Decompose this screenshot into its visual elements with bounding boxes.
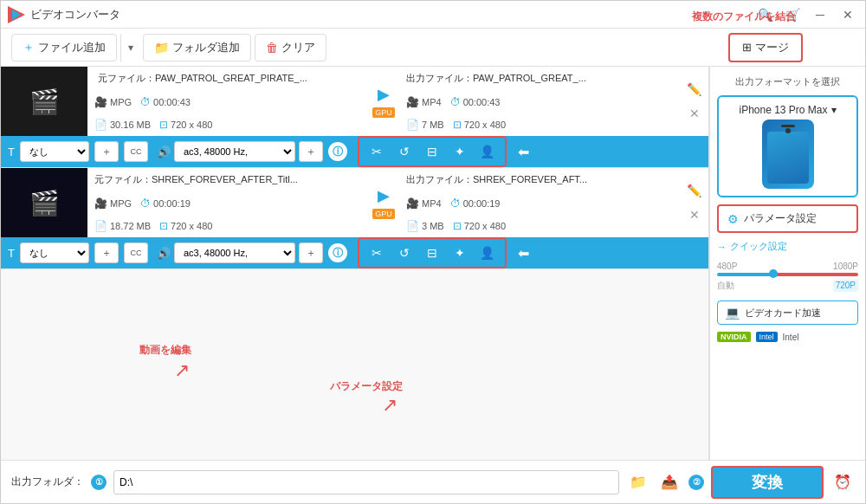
subtitle-t-icon-2: T xyxy=(8,247,15,260)
effects-btn-1[interactable]: ✦ xyxy=(448,140,472,163)
info-btn-2[interactable]: ⓘ xyxy=(328,243,347,262)
convert-btn[interactable]: 変換 xyxy=(711,466,824,499)
clock-icon-1: ⏱ xyxy=(140,96,151,108)
param-annotation-area: パラメータ設定 ↗ xyxy=(330,379,403,417)
gpu-accel-label: ビデオカード加速 xyxy=(745,307,821,320)
out-clock-1: ⏱ xyxy=(450,96,461,108)
edit-pencil-1[interactable]: ✏️ xyxy=(683,79,705,100)
search-title-btn[interactable]: 🔍 xyxy=(754,4,775,25)
subtitle-add-btn-1[interactable]: ＋ xyxy=(94,141,119,162)
merge-icon: ⊞ xyxy=(742,41,752,54)
subtitle-add-btn-2[interactable]: ＋ xyxy=(94,242,119,263)
main-area: 🎬 元ファイル：PAW_PATROL_GREAT_PIRATE_... 🎥 MP… xyxy=(1,67,865,460)
rotate-btn-1[interactable]: ↺ xyxy=(392,140,417,163)
cart-title-btn[interactable]: 🛒 xyxy=(782,4,803,25)
subtitle-edit-btn-1[interactable]: 👤 xyxy=(475,140,500,163)
app-logo xyxy=(8,6,25,23)
audio-add-btn-2[interactable]: ＋ xyxy=(299,242,323,263)
add-file-btn[interactable]: ＋ ファイル追加 xyxy=(11,34,117,61)
close-btn[interactable]: ✕ xyxy=(837,4,858,25)
info-btn-1[interactable]: ⓘ xyxy=(328,142,347,161)
video-icon-1: 🎥 xyxy=(94,96,107,108)
quality-slider-thumb[interactable] xyxy=(769,269,778,278)
share-btn[interactable]: 📤 xyxy=(657,470,682,494)
nvidia-badge: NVIDIA xyxy=(717,332,751,342)
file-row-1: 🎬 元ファイル：PAW_PATROL_GREAT_PIRATE_... 🎥 MP… xyxy=(1,67,708,136)
params-icon: ⚙ xyxy=(727,212,739,226)
output-name-1: 出力ファイル：PAW_PATROL_GREAT_... xyxy=(406,72,586,85)
subtitle-cc-btn-1[interactable]: CC xyxy=(124,141,148,162)
output-size-1: 📄 7 MB xyxy=(406,119,444,131)
close-file-2[interactable]: ✕ xyxy=(686,204,703,225)
quality-mid-labels: 自動 720P xyxy=(717,280,858,292)
circle-2: ② xyxy=(688,475,704,490)
quality-bar: 480P 1080P 自動 720P xyxy=(717,260,858,294)
quality-720-label: 720P xyxy=(833,280,858,292)
folder-path-input[interactable] xyxy=(113,470,619,494)
device-name: iPhone 13 Pro Max ▾ xyxy=(739,104,836,116)
browse-folder-btn[interactable]: 📁 xyxy=(626,470,650,494)
device-format-box[interactable]: iPhone 13 Pro Max ▾ xyxy=(717,95,858,197)
output-duration-2: ⏱ 00:00:19 xyxy=(450,197,501,210)
output-format-2: 🎥 MP4 xyxy=(406,197,442,210)
alarm-btn[interactable]: ⏰ xyxy=(830,470,855,494)
out-res-1: ⊡ xyxy=(453,119,462,131)
arrow-icon: → xyxy=(717,242,727,252)
gpu-icon: 💻 xyxy=(725,306,740,320)
crop-btn-2[interactable]: ⊟ xyxy=(420,242,444,264)
quality-slider-track xyxy=(717,273,858,276)
file-list: 🎬 元ファイル：PAW_PATROL_GREAT_PIRATE_... 🎥 MP… xyxy=(1,67,709,460)
source-res-1: ⊡ 720 x 480 xyxy=(159,119,212,131)
expand-btn-1[interactable]: ⬅ xyxy=(512,140,536,163)
audio-select-1[interactable]: ac3, 48000 Hz, xyxy=(174,141,295,162)
source-size-1: 📄 30.16 MB xyxy=(94,119,151,131)
subtitle-t-icon-1: T xyxy=(8,145,15,158)
expand-btn-2[interactable]: ⬅ xyxy=(512,242,536,264)
crop-btn-1[interactable]: ⊟ xyxy=(420,140,444,163)
quality-max-label: 1080P xyxy=(833,262,858,271)
source-size-2: 📄 18.72 MB xyxy=(94,220,151,232)
output-size-2: 📄 3 MB xyxy=(406,220,444,232)
subtitle-select-1[interactable]: なし xyxy=(20,141,89,162)
cut-btn-1[interactable]: ✂ xyxy=(365,140,389,163)
gpu-accel-btn[interactable]: 💻 ビデオカード加速 xyxy=(717,300,858,325)
params-settings-btn[interactable]: ⚙ パラメータ設定 xyxy=(717,204,858,233)
edit-tools-2: ✂ ↺ ⊟ ✦ 👤 xyxy=(358,237,507,268)
source-name-2: 元ファイル：SHREK_FOREVER_AFTER_Titl... xyxy=(94,173,298,186)
source-format-2: 🎥 MPG xyxy=(94,197,132,210)
quick-settings-row: → クイック設定 xyxy=(717,240,858,253)
audio-add-btn-1[interactable]: ＋ xyxy=(299,141,323,162)
add-folder-btn[interactable]: 📁 フォルダ追加 xyxy=(143,34,251,61)
close-file-1[interactable]: ✕ xyxy=(686,103,703,124)
clear-btn[interactable]: 🗑 クリア xyxy=(255,34,326,61)
subtitle-bar-1: T なし ＋ CC 🔊 ac3, 48000 Hz, ＋ ⓘ xyxy=(1,136,708,167)
merge-btn[interactable]: ⊞ マージ xyxy=(728,33,803,62)
output-info-2: 出力ファイル：SHREK_FOREVER_AFT... 🎥 MP4 ⏱ 00:0… xyxy=(399,168,680,237)
audio-select-2[interactable]: ac3, 48000 Hz, xyxy=(174,242,295,263)
subtitle-select-2[interactable]: なし xyxy=(20,242,89,263)
res-icon-1: ⊡ xyxy=(159,119,168,131)
add-folder-label: フォルダ追加 xyxy=(172,40,240,55)
edit-annotation-area: 動画を編集 ↗ xyxy=(139,343,191,382)
edit-pencil-2[interactable]: ✏️ xyxy=(683,180,705,201)
arrow-col-1: ▶ GPU xyxy=(368,67,399,136)
intel-badge: Intel xyxy=(756,332,778,342)
add-file-dropdown[interactable]: ▾ xyxy=(120,34,139,61)
rotate-btn-2[interactable]: ↺ xyxy=(392,242,417,264)
subtitle-cc-btn-2[interactable]: CC xyxy=(124,242,148,263)
circle-1: ① xyxy=(91,475,107,490)
subtitle-edit-btn-2[interactable]: 👤 xyxy=(475,242,500,264)
quick-settings-label: クイック設定 xyxy=(730,240,787,253)
source-info-2: 元ファイル：SHREK_FOREVER_AFTER_Titl... 🎥 MPG … xyxy=(87,168,368,237)
cut-btn-2[interactable]: ✂ xyxy=(365,242,389,264)
title-bar-controls: 🔍 🛒 ─ ✕ xyxy=(754,4,858,25)
source-name-1: 元ファイル：PAW_PATROL_GREAT_PIRATE_... xyxy=(98,72,307,85)
file-thumb-1: 🎬 xyxy=(1,67,87,136)
file-row-2: 🎬 元ファイル：SHREK_FOREVER_AFTER_Titl... 🎥 MP… xyxy=(1,168,708,237)
output-info-1: 出力ファイル：PAW_PATROL_GREAT_... 🎥 MP4 ⏱ 00:0… xyxy=(399,67,680,136)
minimize-btn[interactable]: ─ xyxy=(810,4,830,25)
effects-btn-2[interactable]: ✦ xyxy=(448,242,472,264)
edit-annotation-text: 動画を編集 xyxy=(139,343,191,358)
out-file-2: 📄 xyxy=(406,220,419,232)
trash-icon: 🗑 xyxy=(266,41,278,55)
